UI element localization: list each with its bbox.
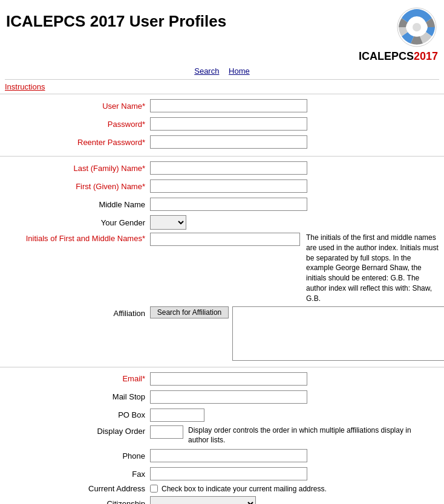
fax-input[interactable]	[150, 467, 307, 480]
home-link[interactable]: Home	[229, 66, 250, 76]
first-name-input[interactable]	[150, 179, 307, 193]
email-label: Email*	[5, 374, 150, 383]
logo-red-text: 2017	[414, 50, 438, 62]
phone-row: Phone	[5, 448, 439, 464]
initials-label: Initials of First and Middle Names*	[5, 233, 150, 243]
initials-input[interactable]	[150, 233, 300, 246]
citizenship-select[interactable]	[150, 496, 256, 504]
gender-label: Your Gender	[5, 218, 150, 227]
affiliation-textarea[interactable]	[232, 306, 444, 361]
credentials-section: User Name* Password* Reenter Password*	[0, 94, 444, 157]
svg-point-2	[413, 23, 421, 31]
phone-input[interactable]	[150, 449, 307, 462]
last-name-input[interactable]	[150, 161, 307, 175]
last-name-label: Last (Family) Name*	[5, 164, 150, 173]
first-name-row: First (Given) Name*	[5, 178, 439, 194]
mail-stop-label: Mail Stop	[5, 392, 150, 401]
affiliation-label: Affiliation	[5, 306, 150, 318]
citizenship-label: Citizenship	[5, 499, 150, 504]
initials-row: Initials of First and Middle Names* The …	[5, 233, 439, 304]
email-row: Email*	[5, 371, 439, 387]
po-box-input[interactable]	[150, 409, 204, 422]
affiliation-right: Search for Affiliation	[150, 306, 444, 361]
search-link[interactable]: Search	[194, 66, 219, 76]
middle-name-row: Middle Name	[5, 196, 439, 212]
display-order-input[interactable]	[150, 425, 183, 439]
initials-input-row: The initials of the first and middle nam…	[150, 233, 439, 304]
instructions-link[interactable]: Instructions	[0, 80, 444, 94]
fax-label: Fax	[5, 470, 150, 479]
page-header: ICALEPCS 2017 User Profiles ICALEPCS2017	[0, 0, 444, 63]
display-order-label: Display Order	[5, 425, 150, 436]
display-order-right: Display order controls the order in whic…	[150, 425, 439, 446]
fax-row: Fax	[5, 466, 439, 482]
current-address-label: Current Address	[5, 484, 150, 493]
mail-stop-input[interactable]	[150, 390, 307, 404]
affiliation-row: Affiliation Search for Affiliation	[5, 306, 439, 361]
gender-row: Your Gender	[5, 215, 439, 230]
display-order-desc: Display order controls the order in whic…	[188, 425, 418, 446]
current-address-row: Current Address Check box to indicate yo…	[5, 484, 439, 493]
po-box-label: PO Box	[5, 410, 150, 419]
email-input[interactable]	[150, 372, 307, 386]
password-input[interactable]	[150, 117, 307, 131]
logo-black-text: ICALEPCS	[359, 50, 414, 62]
username-label: User Name*	[5, 102, 150, 111]
reenter-password-row: Reenter Password*	[5, 134, 439, 150]
gender-select[interactable]	[150, 215, 186, 230]
username-input[interactable]	[150, 99, 307, 112]
phone-label: Phone	[5, 451, 150, 460]
password-row: Password*	[5, 116, 439, 132]
username-row: User Name*	[5, 98, 439, 114]
reenter-password-input[interactable]	[150, 135, 307, 149]
name-section: Last (Family) Name* First (Given) Name* …	[0, 157, 444, 367]
current-address-desc: Check box to indicate your current maili…	[162, 485, 327, 493]
last-name-row: Last (Family) Name*	[5, 160, 439, 176]
password-label: Password*	[5, 120, 150, 129]
mail-stop-row: Mail Stop	[5, 389, 439, 405]
middle-name-label: Middle Name	[5, 200, 150, 209]
logo-area: ICALEPCS2017	[359, 6, 438, 63]
middle-name-input[interactable]	[150, 198, 307, 211]
logo-icon	[396, 6, 438, 48]
citizenship-row: Citizenship	[5, 496, 439, 504]
page-title: ICALEPCS 2017 User Profiles	[6, 12, 226, 31]
first-name-label: First (Given) Name*	[5, 182, 150, 191]
po-box-row: PO Box	[5, 407, 439, 423]
initials-right: The initials of the first and middle nam…	[150, 233, 439, 304]
initials-desc: The initials of the first and middle nam…	[306, 233, 439, 304]
current-address-checkbox[interactable]	[150, 485, 158, 493]
logo-text: ICALEPCS2017	[359, 50, 438, 63]
contact-section: Email* Mail Stop PO Box Display Order Di…	[0, 367, 444, 504]
nav-bar: Search Home	[5, 63, 439, 80]
search-affiliation-button[interactable]: Search for Affiliation	[150, 306, 229, 318]
display-order-row: Display Order Display order controls the…	[5, 425, 439, 446]
reenter-password-label: Reenter Password*	[5, 138, 150, 147]
